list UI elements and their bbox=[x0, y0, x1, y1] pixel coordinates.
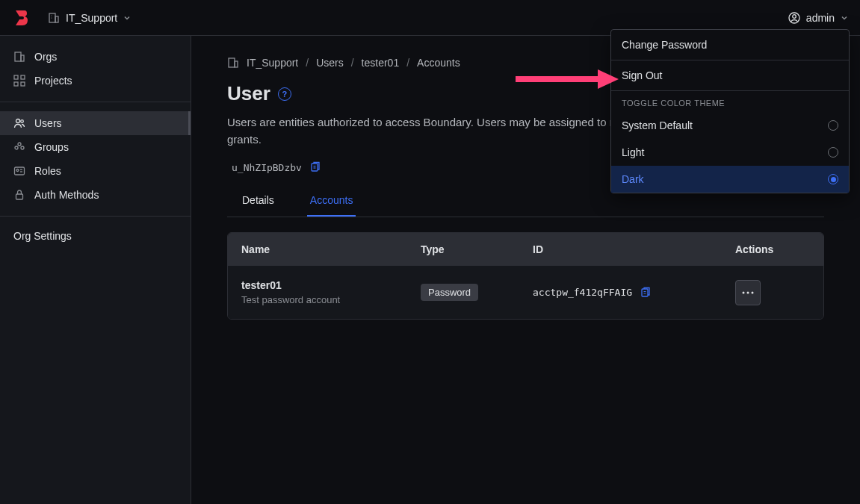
table-row: tester01 Test password account Password … bbox=[228, 266, 823, 319]
user-menu[interactable]: admin bbox=[788, 12, 848, 24]
svg-point-16 bbox=[21, 146, 24, 149]
tab-details[interactable]: Details bbox=[239, 187, 277, 217]
sidebar-label: Auth Methods bbox=[34, 189, 99, 201]
sidebar-label: Roles bbox=[34, 165, 61, 177]
org-name: IT_Support bbox=[66, 12, 117, 24]
sidebar-item-auth-methods[interactable]: Auth Methods bbox=[0, 183, 191, 207]
svg-point-14 bbox=[18, 143, 21, 146]
svg-rect-1 bbox=[55, 16, 58, 22]
svg-rect-0 bbox=[49, 13, 55, 22]
svg-rect-8 bbox=[14, 75, 18, 79]
copy-icon[interactable] bbox=[640, 287, 652, 299]
svg-rect-22 bbox=[229, 58, 235, 67]
radio-icon bbox=[828, 147, 838, 158]
users-icon bbox=[13, 117, 25, 129]
breadcrumb-item[interactable]: IT_Support bbox=[247, 57, 298, 69]
svg-rect-7 bbox=[21, 55, 24, 61]
svg-point-3 bbox=[51, 17, 52, 18]
breadcrumb-item[interactable]: tester01 bbox=[362, 57, 400, 69]
svg-rect-27 bbox=[642, 289, 648, 296]
chevron-down-icon bbox=[123, 14, 131, 22]
chevron-down-icon bbox=[841, 14, 848, 22]
sidebar: Orgs Projects Users Groups Roles Au bbox=[0, 36, 191, 504]
dropdown-item-sign-out[interactable]: Sign Out bbox=[611, 60, 849, 91]
svg-rect-24 bbox=[312, 164, 318, 171]
breadcrumb-item[interactable]: Accounts bbox=[417, 57, 460, 69]
lock-icon bbox=[13, 189, 25, 201]
sidebar-label: Org Settings bbox=[13, 230, 72, 242]
breadcrumb-sep: / bbox=[306, 57, 309, 69]
svg-point-31 bbox=[747, 291, 749, 293]
svg-rect-23 bbox=[235, 61, 238, 67]
row-id-value: acctpw_f412qFFAIG bbox=[533, 287, 632, 298]
row-actions-button[interactable] bbox=[735, 280, 761, 305]
id-icon bbox=[13, 165, 25, 177]
svg-point-15 bbox=[15, 146, 18, 149]
svg-rect-10 bbox=[14, 82, 18, 86]
copy-icon[interactable] bbox=[309, 161, 321, 173]
groups-icon bbox=[13, 141, 25, 153]
sidebar-label: Users bbox=[34, 117, 62, 129]
sidebar-item-projects[interactable]: Projects bbox=[0, 69, 191, 93]
theme-option-light[interactable]: Light bbox=[611, 139, 849, 166]
svg-rect-17 bbox=[15, 167, 25, 175]
breadcrumb-sep: / bbox=[406, 57, 409, 69]
radio-icon bbox=[828, 120, 838, 131]
breadcrumb-sep: / bbox=[351, 57, 354, 69]
help-icon[interactable]: ? bbox=[278, 87, 291, 101]
theme-option-dark[interactable]: Dark bbox=[611, 166, 849, 193]
dropdown-item-change-password[interactable]: Change Password bbox=[611, 30, 849, 60]
boundary-logo-icon bbox=[12, 9, 30, 27]
svg-point-12 bbox=[16, 119, 20, 123]
col-header-actions: Actions bbox=[735, 243, 810, 255]
svg-point-18 bbox=[16, 169, 19, 172]
svg-point-2 bbox=[51, 15, 52, 16]
building-icon bbox=[227, 57, 239, 69]
sidebar-label: Orgs bbox=[34, 51, 57, 63]
sidebar-item-roles[interactable]: Roles bbox=[0, 159, 191, 183]
col-header-type: Type bbox=[421, 243, 533, 255]
header-left: IT_Support bbox=[12, 9, 131, 27]
svg-point-30 bbox=[743, 291, 745, 293]
accounts-table: Name Type ID Actions tester01 Test passw… bbox=[227, 232, 824, 320]
svg-rect-6 bbox=[15, 52, 21, 61]
theme-option-system-default[interactable]: System Default bbox=[611, 112, 849, 139]
col-header-id: ID bbox=[533, 243, 735, 255]
user-dropdown: Change Password Sign Out TOGGLE COLOR TH… bbox=[610, 29, 850, 193]
row-desc: Test password account bbox=[241, 294, 421, 305]
table-header: Name Type ID Actions bbox=[228, 233, 823, 266]
sidebar-label: Projects bbox=[34, 75, 72, 87]
svg-point-5 bbox=[793, 14, 796, 18]
type-badge: Password bbox=[421, 284, 478, 301]
sidebar-label: Groups bbox=[34, 141, 69, 153]
building-icon bbox=[48, 12, 60, 24]
svg-rect-9 bbox=[21, 75, 25, 79]
sidebar-item-users[interactable]: Users bbox=[0, 111, 191, 135]
logo[interactable] bbox=[12, 9, 30, 27]
user-name: admin bbox=[806, 12, 835, 24]
col-header-name: Name bbox=[241, 243, 421, 255]
svg-point-32 bbox=[752, 291, 754, 293]
svg-rect-11 bbox=[21, 82, 25, 86]
row-name[interactable]: tester01 bbox=[241, 279, 421, 291]
dropdown-theme-label: TOGGLE COLOR THEME bbox=[611, 91, 849, 112]
tab-accounts[interactable]: Accounts bbox=[307, 187, 356, 217]
sidebar-item-orgs[interactable]: Orgs bbox=[0, 45, 191, 69]
svg-point-13 bbox=[21, 120, 24, 123]
radio-icon bbox=[828, 174, 838, 184]
building-icon bbox=[13, 51, 25, 63]
user-id-value: u_NhZIpBDzbv bbox=[232, 162, 302, 173]
sidebar-item-org-settings[interactable]: Org Settings bbox=[0, 217, 191, 255]
dots-icon bbox=[742, 291, 754, 294]
breadcrumb-item[interactable]: Users bbox=[316, 57, 344, 69]
user-circle-icon bbox=[788, 12, 800, 24]
org-picker[interactable]: IT_Support bbox=[48, 12, 131, 24]
sidebar-item-groups[interactable]: Groups bbox=[0, 135, 191, 159]
svg-rect-21 bbox=[16, 194, 23, 199]
grid-icon bbox=[13, 75, 25, 87]
